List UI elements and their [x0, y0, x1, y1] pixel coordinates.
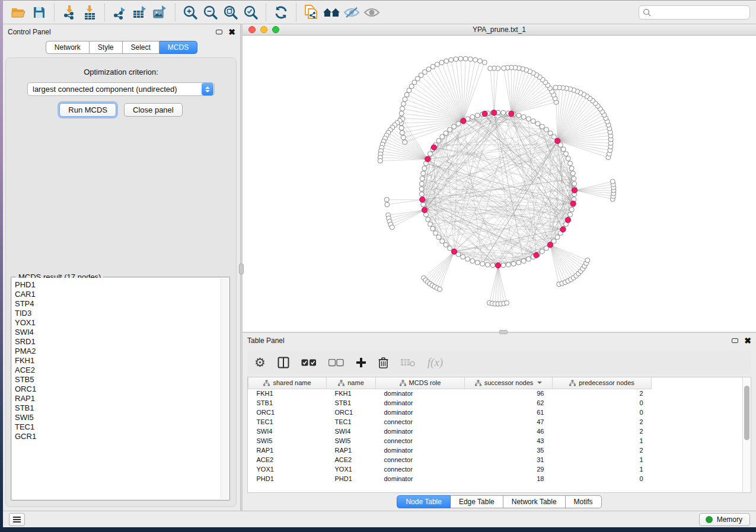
network-node[interactable] [547, 242, 553, 248]
tab-style[interactable]: Style [90, 41, 123, 54]
network-node[interactable] [390, 225, 394, 230]
network-node[interactable] [407, 88, 412, 93]
result-node-item[interactable]: STP4 [15, 299, 229, 309]
close-panel-icon[interactable]: ✖ [228, 29, 235, 35]
network-node[interactable] [436, 139, 441, 143]
network-node[interactable] [425, 156, 430, 162]
network-node[interactable] [439, 60, 444, 65]
network-node[interactable] [490, 263, 495, 268]
hide-selection-button[interactable] [342, 3, 362, 22]
network-node[interactable] [428, 152, 432, 156]
node-table[interactable]: shared namenameMCDS rolesuccessor nodesp… [248, 377, 652, 483]
network-node[interactable] [448, 246, 452, 251]
result-node-item[interactable]: RAP1 [15, 394, 229, 403]
deselect-all-columns-button[interactable] [328, 355, 344, 370]
network-node[interactable] [440, 239, 445, 243]
network-node[interactable] [403, 97, 407, 102]
network-node[interactable] [572, 176, 576, 181]
float-panel-icon[interactable] [732, 338, 738, 343]
network-node[interactable] [401, 101, 406, 106]
open-session-button[interactable] [9, 3, 29, 22]
network-node[interactable] [470, 259, 475, 264]
network-node[interactable] [468, 57, 473, 62]
network-node[interactable] [430, 226, 435, 231]
close-panel-button[interactable]: Close panel [124, 103, 183, 117]
network-node[interactable] [521, 259, 526, 264]
network-node[interactable] [378, 158, 382, 163]
network-node[interactable] [482, 111, 487, 116]
column-header-shared-name[interactable]: shared name [248, 377, 327, 389]
network-node[interactable] [403, 140, 407, 145]
function-builder-button[interactable]: f(x) [428, 355, 443, 370]
vertical-splitter[interactable] [240, 24, 242, 511]
tab-network[interactable]: Network [46, 41, 90, 54]
network-node[interactable] [449, 57, 454, 62]
network-node[interactable] [470, 114, 475, 119]
network-node[interactable] [492, 110, 497, 116]
result-node-item[interactable]: FKH1 [15, 356, 229, 366]
network-node[interactable] [561, 147, 566, 152]
network-node[interactable] [610, 179, 615, 184]
result-node-item[interactable]: SWI4 [15, 328, 229, 337]
network-node[interactable] [572, 188, 577, 193]
network-node[interactable] [401, 135, 406, 140]
result-node-item[interactable]: TEC1 [15, 422, 229, 432]
show-columns-button[interactable] [277, 355, 289, 370]
horizontal-splitter[interactable] [242, 332, 756, 333]
network-node[interactable] [555, 235, 560, 239]
network-node[interactable] [478, 59, 483, 63]
network-node[interactable] [506, 262, 511, 267]
zoom-in-button[interactable] [180, 3, 200, 22]
first-neighbors-button[interactable] [321, 3, 342, 22]
table-row[interactable]: YOX1YOX1connector291 [248, 464, 652, 474]
zoom-out-button[interactable] [200, 3, 221, 22]
result-node-item[interactable]: ACE2 [15, 366, 229, 375]
task-history-button[interactable] [9, 513, 25, 526]
delete-table-button[interactable] [400, 355, 416, 370]
network-node[interactable] [426, 217, 430, 222]
network-node[interactable] [399, 111, 404, 116]
network-node[interactable] [461, 118, 466, 123]
result-node-item[interactable]: PHD1 [15, 280, 229, 290]
table-row[interactable]: FKH1FKH1dominator962 [248, 389, 652, 398]
network-node[interactable] [521, 114, 526, 119]
network-node[interactable] [444, 131, 448, 136]
result-node-item[interactable]: ORC1 [15, 384, 229, 394]
new-network-from-selection-button[interactable] [301, 3, 321, 22]
network-node[interactable] [495, 262, 500, 268]
column-header-predecessor-nodes[interactable]: predecessor nodes [553, 377, 652, 389]
table-row[interactable]: PHD1PHD1dominator180 [248, 474, 652, 483]
import-network-button[interactable] [59, 3, 79, 22]
network-node[interactable] [485, 262, 490, 267]
float-panel-icon[interactable] [216, 30, 222, 34]
network-node[interactable] [452, 124, 457, 129]
network-node[interactable] [560, 227, 566, 232]
result-node-item[interactable]: PMA2 [15, 347, 229, 356]
network-node[interactable] [569, 207, 574, 212]
mcds-result-list[interactable]: PHD1CAR1STP4TID3YOX1SWI4SRD1PMA2FKH1ACE2… [12, 278, 229, 499]
delete-column-button[interactable] [378, 355, 388, 370]
network-node[interactable] [444, 59, 449, 63]
import-table-button[interactable] [79, 3, 100, 22]
network-node[interactable] [501, 110, 506, 115]
column-header-name[interactable]: name [327, 377, 376, 389]
network-node[interactable] [440, 134, 445, 139]
table-row[interactable]: STB1STB1dominator620 [248, 398, 652, 408]
select-all-columns-button[interactable] [301, 355, 317, 370]
table-row[interactable]: TEC1TEC1connector472 [248, 417, 652, 427]
criterion-dropdown[interactable]: largest connected component (undirected) [27, 82, 215, 96]
network-node[interactable] [384, 197, 389, 202]
network-node[interactable] [511, 261, 516, 266]
network-node[interactable] [535, 121, 540, 126]
network-node[interactable] [436, 235, 441, 239]
network-node[interactable] [509, 111, 514, 116]
network-node[interactable] [438, 287, 442, 291]
table-row[interactable]: RAP1RAP1dominator352 [248, 446, 652, 455]
network-node[interactable] [501, 263, 506, 268]
network-node[interactable] [572, 181, 577, 186]
memory-button[interactable]: Memory [699, 513, 750, 526]
network-node[interactable] [585, 258, 590, 262]
network-node[interactable] [475, 260, 480, 265]
network-node[interactable] [526, 257, 531, 261]
zoom-selected-button[interactable] [241, 3, 261, 22]
